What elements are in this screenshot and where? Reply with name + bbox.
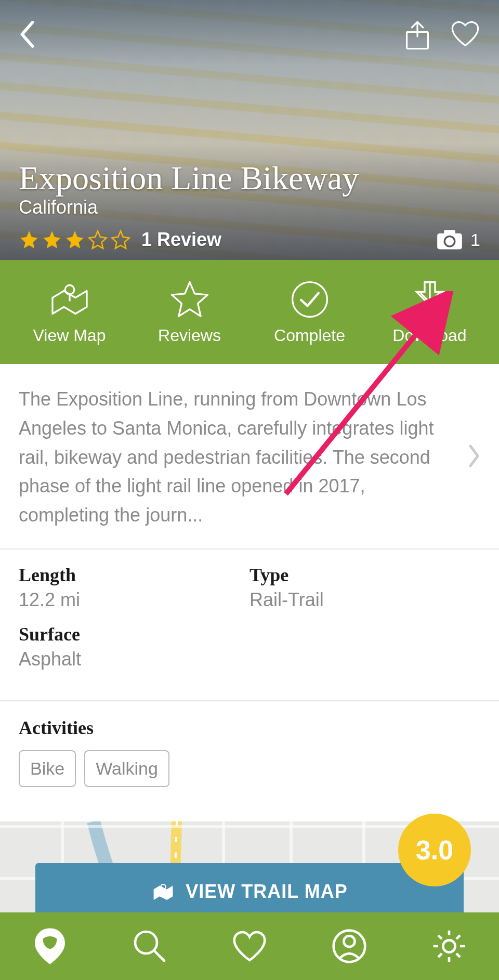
chevron-left-icon xyxy=(19,21,37,48)
check-circle-icon xyxy=(290,279,330,320)
review-count: 1 Review xyxy=(141,229,221,251)
nav-settings[interactable] xyxy=(399,912,499,980)
rating-badge-value: 3.0 xyxy=(416,834,453,866)
share-icon xyxy=(403,21,431,51)
star-icon xyxy=(169,279,210,320)
stat-value: Asphalt xyxy=(19,648,250,670)
stat-label: Surface xyxy=(19,623,250,645)
star-rating xyxy=(19,229,131,250)
activities-section: Activities Bike Walking xyxy=(0,701,499,821)
stat-type: Type Rail-Trail xyxy=(250,564,480,611)
photo-count-button[interactable]: 1 xyxy=(436,229,480,251)
svg-rect-6 xyxy=(417,310,442,315)
complete-label: Complete xyxy=(274,326,345,345)
stat-value: 12.2 mi xyxy=(19,589,250,611)
heart-icon xyxy=(450,21,480,48)
reviews-label: Reviews xyxy=(158,326,221,345)
download-icon xyxy=(410,279,450,320)
back-button[interactable] xyxy=(19,21,37,53)
view-map-action[interactable]: View Map xyxy=(9,279,129,345)
rating-row[interactable]: 1 Review xyxy=(19,229,221,251)
gear-icon xyxy=(431,928,467,964)
nav-search[interactable] xyxy=(100,912,200,980)
map-pin-icon xyxy=(47,279,93,320)
svg-rect-2 xyxy=(444,230,455,236)
rating-badge[interactable]: 3.0 xyxy=(398,814,471,886)
chevron-right-icon xyxy=(468,445,480,469)
view-map-label: View Map xyxy=(33,326,106,345)
star-icon xyxy=(19,229,40,250)
stats-section: Length 12.2 mi Type Rail-Trail Surface A… xyxy=(0,550,499,701)
search-icon xyxy=(132,928,168,964)
download-label: Download xyxy=(392,326,466,345)
home-pin-icon xyxy=(32,926,68,966)
description-section[interactable]: The Exposition Line, running from Downto… xyxy=(0,364,499,550)
svg-point-5 xyxy=(292,282,327,317)
complete-action[interactable]: Complete xyxy=(250,279,370,345)
svg-point-4 xyxy=(65,285,74,294)
hero-image: Exposition Line Bikeway California 1 Rev… xyxy=(0,0,499,260)
action-bar: View Map Reviews Complete Download xyxy=(0,260,499,364)
view-trail-map-label: VIEW TRAIL MAP xyxy=(186,881,347,903)
nav-profile[interactable] xyxy=(299,912,399,980)
stat-length: Length 12.2 mi xyxy=(19,564,250,611)
share-button[interactable] xyxy=(403,21,431,53)
activity-chip-walking[interactable]: Walking xyxy=(84,750,169,787)
photo-count: 1 xyxy=(470,230,480,250)
star-icon xyxy=(64,229,85,250)
stat-surface: Surface Asphalt xyxy=(19,623,250,670)
activities-label: Activities xyxy=(19,717,480,739)
svg-point-13 xyxy=(344,936,355,947)
trail-title: Exposition Line Bikeway xyxy=(19,159,359,198)
nav-home[interactable] xyxy=(0,912,100,980)
stat-label: Length xyxy=(19,564,250,586)
description-text: The Exposition Line, running from Downto… xyxy=(19,385,457,530)
map-icon xyxy=(151,881,175,903)
stat-value: Rail-Trail xyxy=(250,589,480,611)
profile-icon xyxy=(331,928,367,964)
nav-favorites[interactable] xyxy=(200,912,299,980)
heart-icon xyxy=(231,930,268,963)
trail-location: California xyxy=(19,197,98,218)
activity-chip-bike[interactable]: Bike xyxy=(19,750,76,787)
stat-label: Type xyxy=(250,564,480,586)
star-outline-icon xyxy=(87,229,108,250)
star-icon xyxy=(42,229,62,250)
reviews-action[interactable]: Reviews xyxy=(129,279,250,345)
bottom-nav xyxy=(0,912,499,980)
view-trail-map-button[interactable]: VIEW TRAIL MAP xyxy=(35,863,464,920)
star-outline-icon xyxy=(110,229,131,250)
camera-icon xyxy=(436,229,463,251)
svg-point-14 xyxy=(443,940,455,952)
download-action[interactable]: Download xyxy=(370,279,490,345)
favorite-button[interactable] xyxy=(450,21,480,53)
